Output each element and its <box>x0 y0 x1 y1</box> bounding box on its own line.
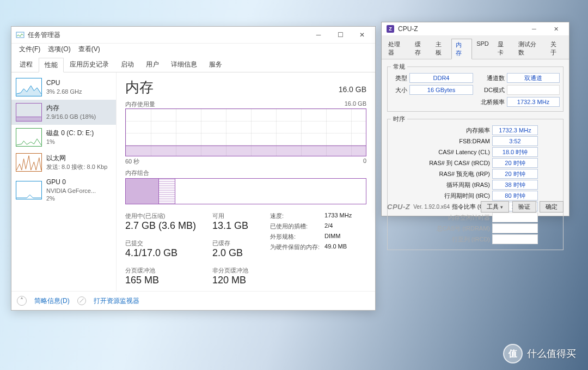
side-item-disk[interactable]: 磁盘 0 (C: D: E:)1% <box>11 125 116 150</box>
tab-performance[interactable]: 性能 <box>39 58 64 72</box>
cpu-thumb-icon <box>16 78 42 96</box>
mem-thumb-icon <box>16 103 42 122</box>
inuse-value: 2.7 GB (3.6 MB) <box>125 220 196 232</box>
cpuz-tab-memory[interactable]: 内存 <box>451 39 472 59</box>
side-item-cpu[interactable]: CPU3% 2.68 GHz <box>11 75 116 100</box>
cpuz-version: Ver. 1.92.0.x64 <box>413 204 477 210</box>
side-gpu-sub1: NVIDIA GeForce... <box>46 187 96 195</box>
memory-usage-graph[interactable] <box>125 108 366 156</box>
cpuz-tab-cpu[interactable]: 处理器 <box>384 38 411 59</box>
form-value: DIMM <box>324 233 340 241</box>
cpuz-titlebar[interactable]: Z CPU-Z ─ ✕ <box>382 22 569 36</box>
group-timings-legend: 时序 <box>391 115 407 123</box>
fsb-label: FSB:DRAM <box>413 138 490 144</box>
side-cpu-title: CPU <box>46 79 82 88</box>
memory-composition-graph[interactable] <box>125 178 366 204</box>
tab-processes[interactable]: 进程 <box>14 57 39 72</box>
graph-x-right: 0 <box>363 157 366 166</box>
cpuz-minimize-button[interactable]: ─ <box>523 22 545 36</box>
usage-graph-max: 16.0 GB <box>345 100 366 108</box>
minimize-button[interactable]: ─ <box>308 28 329 42</box>
cpuz-window: Z CPU-Z ─ ✕ 处理器 缓存 主板 内存 SPD 显卡 测试分数 关于 … <box>381 22 569 216</box>
dramfreq-label: 内存频率 <box>413 126 490 135</box>
tab-details[interactable]: 详细信息 <box>165 57 203 72</box>
group-timings: 时序 内存频率1732.3 MHz FSB:DRAM3:52 CAS# Late… <box>387 115 564 250</box>
trp-label: RAS# 预充电 (tRP) <box>413 170 490 178</box>
side-disk-title: 磁盘 0 (C: D: E:) <box>46 129 94 138</box>
dcmode-label: DC模式 <box>477 86 505 94</box>
footer: ˄ 简略信息(D) 打开资源监视器 <box>11 291 375 310</box>
fewer-details-link[interactable]: 简略信息(D) <box>34 296 70 306</box>
cpuz-tab-about[interactable]: 关于 <box>546 38 567 59</box>
side-item-ethernet[interactable]: 以太网发送: 8.0 接收: 8.0 Kbp <box>11 150 116 175</box>
menu-view[interactable]: 查看(V) <box>75 44 103 55</box>
menubar: 文件(F) 选项(O) 查看(V) <box>11 44 375 55</box>
cached-value: 2.0 GB <box>212 247 248 259</box>
tab-startup[interactable]: 启动 <box>115 57 140 72</box>
tab-bar: 进程 性能 应用历史记录 启动 用户 详细信息 服务 <box>11 55 375 72</box>
tab-services[interactable]: 服务 <box>203 57 228 72</box>
open-resource-monitor-link[interactable]: 打开资源监视器 <box>94 296 139 306</box>
cpuz-close-button[interactable]: ✕ <box>545 22 567 36</box>
cpuz-tab-caches[interactable]: 缓存 <box>411 38 431 59</box>
composition-label: 内存组合 <box>125 169 149 177</box>
cpuz-tab-graphics[interactable]: 显卡 <box>493 38 514 59</box>
nbfreq-label: 北桥频率 <box>477 98 505 106</box>
side-disk-sub: 1% <box>46 138 94 145</box>
side-eth-title: 以太网 <box>46 154 108 163</box>
ok-button[interactable]: 确定 <box>540 201 564 213</box>
paged-label: 分页缓冲池 <box>125 266 196 275</box>
type-value: DDR4 <box>409 73 473 83</box>
commit-label: 已提交 <box>125 239 196 247</box>
window-title: 任务管理器 <box>28 31 308 40</box>
cpuz-tab-spd[interactable]: SPD <box>472 38 493 59</box>
menu-file[interactable]: 文件(F) <box>16 44 44 55</box>
dcmode-value <box>507 85 560 95</box>
validate-button[interactable]: 验证 <box>512 201 536 213</box>
avail-label: 可用 <box>212 212 248 220</box>
maximize-button[interactable]: ☐ <box>329 28 351 42</box>
side-item-memory[interactable]: 内存2.9/16.0 GB (18%) <box>11 100 116 125</box>
group-general-legend: 常规 <box>391 63 407 71</box>
rowcol-label: 行至列 (tRCD) <box>413 235 490 244</box>
inuse-label: 使用中(已压缩) <box>125 212 196 220</box>
size-label: 大小 <box>391 86 407 94</box>
trc-label: 行周期时间 (tRC) <box>413 192 490 200</box>
channels-value: 双通道 <box>507 73 560 83</box>
tab-apphistory[interactable]: 应用历史记录 <box>64 57 115 72</box>
group-general: 常规 类型DDR4 通道数双通道 大小16 GBytes DC模式 北桥频率17… <box>387 63 564 112</box>
cpuz-icon: Z <box>386 25 395 33</box>
cl-value: 18.0 时钟 <box>492 147 538 157</box>
avail-value: 13.1 GB <box>212 220 248 232</box>
size-value: 16 GBytes <box>409 85 473 95</box>
svg-rect-1 <box>16 117 41 121</box>
watermark-badge-icon: 值 <box>503 344 523 363</box>
trp-value: 20 时钟 <box>492 169 538 179</box>
titlebar[interactable]: 任务管理器 ─ ☐ ✕ <box>11 27 375 44</box>
channels-label: 通道数 <box>477 74 505 82</box>
close-button[interactable]: ✕ <box>351 28 373 42</box>
side-item-gpu[interactable]: GPU 0NVIDIA GeForce...2% <box>11 175 116 205</box>
cl-label: CAS# Latency (CL) <box>413 149 490 155</box>
nonpaged-value: 120 MB <box>212 275 248 286</box>
nbfreq-value: 1732.3 MHz <box>507 97 560 107</box>
usage-graph-label: 内存使用量 <box>125 100 155 108</box>
watermark-text: 什么值得买 <box>527 347 576 360</box>
resource-monitor-icon <box>77 296 86 305</box>
cpuz-tab-mainboard[interactable]: 主板 <box>431 38 452 59</box>
menu-options[interactable]: 选项(O) <box>45 44 74 55</box>
trcd-value: 20 时钟 <box>492 158 538 168</box>
taskmgr-icon <box>16 31 24 39</box>
idle-label: 内存空闲计时器 <box>413 214 490 222</box>
tab-users[interactable]: 用户 <box>140 57 165 72</box>
trc-value: 80 时钟 <box>492 191 538 201</box>
tools-button[interactable]: 工具 <box>481 201 509 213</box>
rowcol-value <box>492 234 538 244</box>
chevron-up-icon[interactable]: ˄ <box>17 296 27 306</box>
slots-label: 已使用的插槽: <box>270 222 324 231</box>
eth-thumb-icon <box>16 153 42 172</box>
cpuz-tab-bench[interactable]: 测试分数 <box>514 38 547 59</box>
fsb-value: 3:52 <box>492 136 538 146</box>
side-mem-title: 内存 <box>46 104 96 113</box>
speed-label: 速度: <box>270 212 324 220</box>
